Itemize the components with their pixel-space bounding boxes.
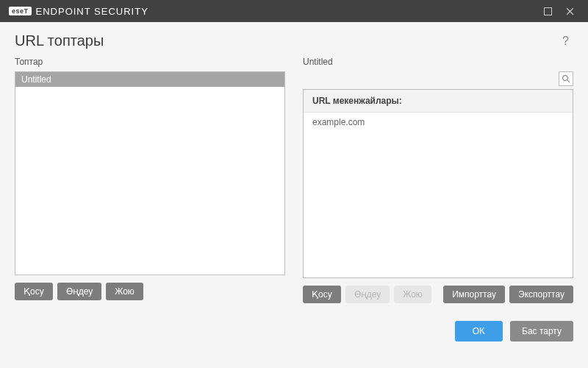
footer: OK Бас тарту xyxy=(0,303,588,342)
search-button[interactable] xyxy=(559,71,573,86)
groups-button-row: Қосу Өңдеу Жою xyxy=(15,283,285,300)
groups-add-button[interactable]: Қосу xyxy=(15,283,53,300)
groups-delete-button[interactable]: Жою xyxy=(106,283,143,300)
urls-panel-header: URL мекенжайлары: xyxy=(304,90,573,113)
export-button[interactable]: Экспорттау xyxy=(509,286,573,303)
cancel-button[interactable]: Бас тарту xyxy=(510,321,573,342)
urls-edit-button: Өңдеу xyxy=(345,286,390,303)
svg-rect-0 xyxy=(544,7,551,15)
urls-delete-button: Жою xyxy=(394,286,431,303)
brand-text: ENDPOINT SECURITY xyxy=(36,6,148,17)
brand: eseT ENDPOINT SECURITY xyxy=(9,6,148,17)
close-button[interactable] xyxy=(559,0,581,22)
groups-label: Топтар xyxy=(15,57,285,67)
groups-edit-button[interactable]: Өңдеу xyxy=(57,283,102,300)
ok-button[interactable]: OK xyxy=(455,321,503,342)
content: Топтар Untitled Қосу Өңдеу Жою Untitled … xyxy=(0,57,588,303)
help-icon[interactable]: ? xyxy=(558,33,573,49)
groups-column: Топтар Untitled Қосу Өңдеу Жою xyxy=(15,57,285,303)
urls-add-button[interactable]: Қосу xyxy=(303,286,341,303)
urls-label: Untitled xyxy=(303,57,573,67)
brand-badge: eseT xyxy=(9,7,32,15)
square-icon xyxy=(544,7,552,15)
brand-text-light: ENDPOINT xyxy=(36,6,91,17)
search-icon xyxy=(562,74,570,83)
maximize-button[interactable] xyxy=(537,0,559,22)
urls-button-row: Қосу Өңдеу Жою Импорттау Экспорттау xyxy=(303,286,573,303)
urls-button-spacer xyxy=(436,286,439,303)
urls-head: Untitled xyxy=(303,57,573,67)
list-item[interactable]: Untitled xyxy=(15,72,284,87)
url-row[interactable]: example.com xyxy=(304,113,573,132)
svg-point-1 xyxy=(563,76,568,81)
svg-line-2 xyxy=(567,80,570,82)
page-title: URL топтары xyxy=(15,32,104,49)
brand-text-bold: SECURITY xyxy=(94,6,148,17)
groups-listbox[interactable]: Untitled xyxy=(15,71,285,275)
urls-panel: URL мекенжайлары: example.com xyxy=(303,89,573,278)
titlebar: eseT ENDPOINT SECURITY xyxy=(0,0,588,22)
urls-column: Untitled URL мекенжайлары: example.com Қ… xyxy=(303,57,573,303)
import-button[interactable]: Импорттау xyxy=(443,286,505,303)
close-icon xyxy=(566,7,574,15)
page-header: URL топтары ? xyxy=(0,22,588,57)
